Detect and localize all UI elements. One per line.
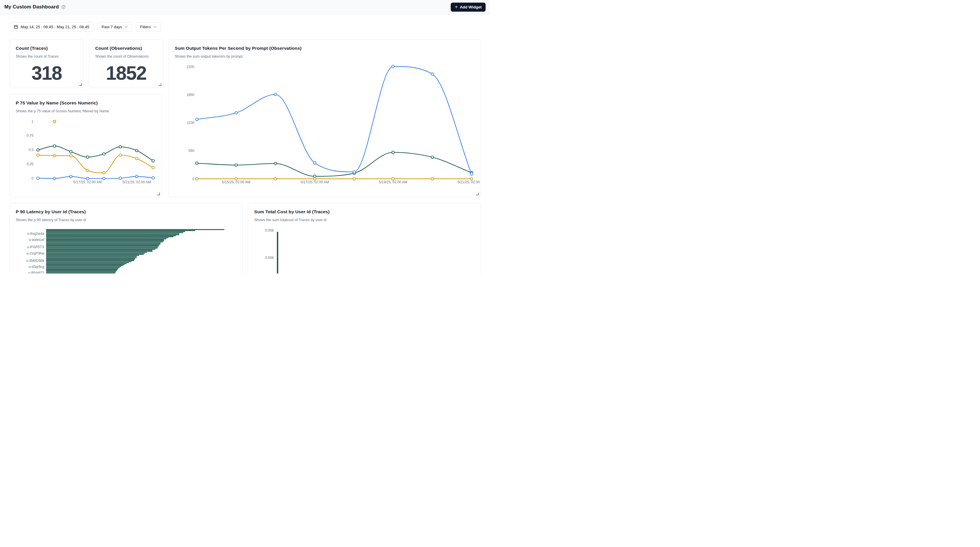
- svg-text:0: 0: [192, 177, 194, 181]
- svg-text:u-8fVa9T3: u-8fVa9T3: [28, 271, 44, 274]
- svg-text:1: 1: [32, 120, 33, 124]
- add-widget-button[interactable]: + Add Widget: [451, 3, 486, 12]
- widget-tokens-per-second: Sum Output Tokens Per Second by Prompt (…: [168, 39, 481, 197]
- svg-text:5/19/25, 02:00 AM: 5/19/25, 02:00 AM: [379, 180, 407, 184]
- widget-title: Count (Traces): [16, 46, 48, 51]
- resize-handle[interactable]: [159, 83, 161, 86]
- widget-p90-latency: P 90 Latency by User Id (Traces) Shows t…: [9, 203, 243, 274]
- filters-dropdown[interactable]: Filters: [136, 22, 161, 32]
- svg-text:5/21/25, 02:00 AM: 5/21/25, 02:00 AM: [457, 180, 480, 184]
- svg-text:5/17/25, 02:00 AM: 5/17/25, 02:00 AM: [73, 180, 102, 184]
- add-widget-label: Add Widget: [460, 5, 482, 9]
- widget-count-traces: Count (Traces) Shows the count of Traces…: [9, 39, 84, 88]
- widget-subtitle: Shows the count of Observations: [95, 54, 148, 59]
- svg-text:u-tFAR5TX: u-tFAR5TX: [27, 245, 44, 249]
- svg-text:5/15/25, 02:00 AM: 5/15/25, 02:00 AM: [222, 180, 250, 184]
- svg-text:u-aobnuxf: u-aobnuxf: [29, 238, 45, 242]
- time-preset-value: Past 7 days: [102, 25, 122, 29]
- cost-bar-chart: 0.0080.006: [248, 203, 480, 274]
- widget-title: Count (Observations): [95, 46, 142, 51]
- calendar-icon: [14, 25, 18, 29]
- svg-text:0.75: 0.75: [27, 133, 34, 138]
- svg-text:0.008: 0.008: [265, 228, 274, 233]
- svg-text:550: 550: [188, 149, 194, 153]
- svg-text:u-d3qr5cg: u-d3qr5cg: [29, 265, 44, 269]
- date-range-value: May 14, 25 : 08:45 - May 21, 25 : 08:45: [21, 25, 89, 29]
- svg-text:0.006: 0.006: [265, 256, 274, 260]
- svg-text:5/21/25, 02:00 AM: 5/21/25, 02:00 AM: [123, 180, 151, 184]
- resize-handle[interactable]: [476, 193, 479, 195]
- svg-text:u-5M8D56k: u-5M8D56k: [26, 258, 45, 263]
- tokens-line-chart: 05501100165022005/15/25, 02:00 AM5/17/25…: [169, 40, 480, 197]
- widget-count-observations: Count (Observations) Shows the count of …: [89, 39, 163, 88]
- resize-handle[interactable]: [157, 193, 160, 195]
- plus-icon: +: [455, 4, 458, 9]
- svg-text:2200: 2200: [187, 65, 194, 69]
- p75-line-chart: 00.250.50.7515/17/25, 02:00 AM5/21/25, 0…: [10, 94, 162, 197]
- svg-text:1650: 1650: [187, 93, 194, 97]
- svg-text:1100: 1100: [187, 121, 194, 125]
- resize-handle[interactable]: [79, 83, 82, 86]
- widget-p75-scores: P 75 Value by Name (Scores Numeric) Show…: [9, 94, 162, 197]
- filter-toolbar: May 14, 25 : 08:45 - May 21, 25 : 08:45 …: [9, 22, 161, 32]
- svg-text:0: 0: [32, 176, 33, 181]
- widget-subtitle: Shows the count of Traces: [16, 54, 59, 59]
- svg-text:u-8sq2w4a: u-8sq2w4a: [27, 231, 44, 236]
- svg-text:0.25: 0.25: [27, 162, 34, 166]
- svg-text:u-zVqP3hw: u-zVqP3hw: [27, 251, 45, 255]
- svg-text:0.5: 0.5: [29, 148, 33, 152]
- time-preset-dropdown[interactable]: Past 7 days: [97, 22, 132, 32]
- page-title: My Custom Dashboard: [4, 4, 59, 10]
- filters-label: Filters: [140, 25, 151, 29]
- count-observations-value: 1852: [89, 62, 163, 84]
- date-range-picker[interactable]: May 14, 25 : 08:45 - May 21, 25 : 08:45: [9, 22, 94, 32]
- count-traces-value: 318: [10, 62, 84, 84]
- svg-text:5/17/25, 02:00 AM: 5/17/25, 02:00 AM: [301, 180, 329, 184]
- dashboard-page: My Custom Dashboard + Add Widget May 14,…: [0, 0, 490, 274]
- chevron-down-icon: [153, 26, 157, 28]
- page-header: My Custom Dashboard + Add Widget: [0, 0, 490, 14]
- chevron-down-icon: [125, 26, 128, 28]
- p90-bar-chart: u-8sq2w4au-aobnuxfu-tFAR5TXu-zVqP3hwu-5M…: [10, 203, 242, 274]
- info-icon[interactable]: [61, 5, 65, 9]
- widget-total-cost: Sum Total Cost by User Id (Traces) Shows…: [248, 203, 481, 274]
